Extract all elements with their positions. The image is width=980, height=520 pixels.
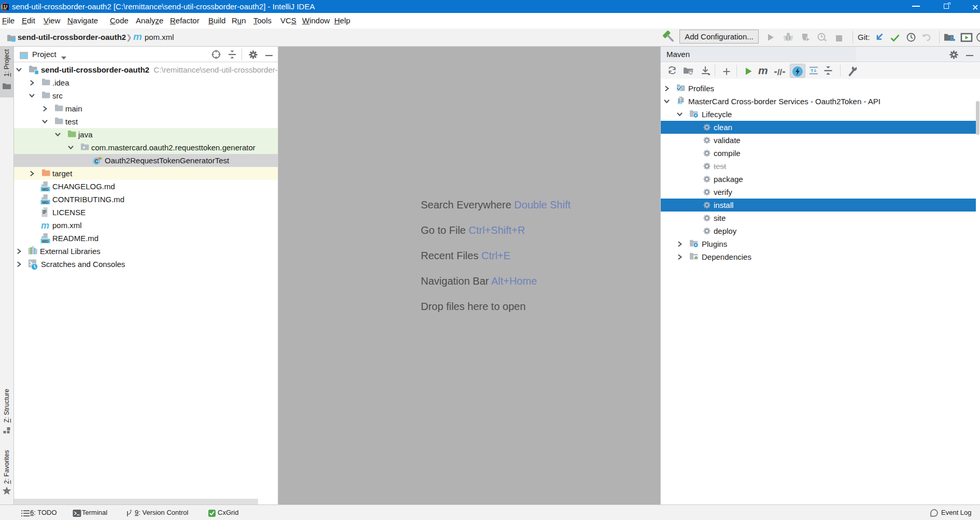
- svg-text:MD: MD: [42, 200, 49, 205]
- svg-text:MD: MD: [42, 239, 49, 244]
- svg-text:m: m: [678, 100, 683, 105]
- svg-text:m: m: [758, 65, 768, 76]
- svg-text:MD: MD: [42, 187, 49, 192]
- svg-text:m: m: [41, 220, 49, 231]
- svg-text:C: C: [94, 159, 98, 164]
- svg-text:IJ: IJ: [4, 5, 8, 8]
